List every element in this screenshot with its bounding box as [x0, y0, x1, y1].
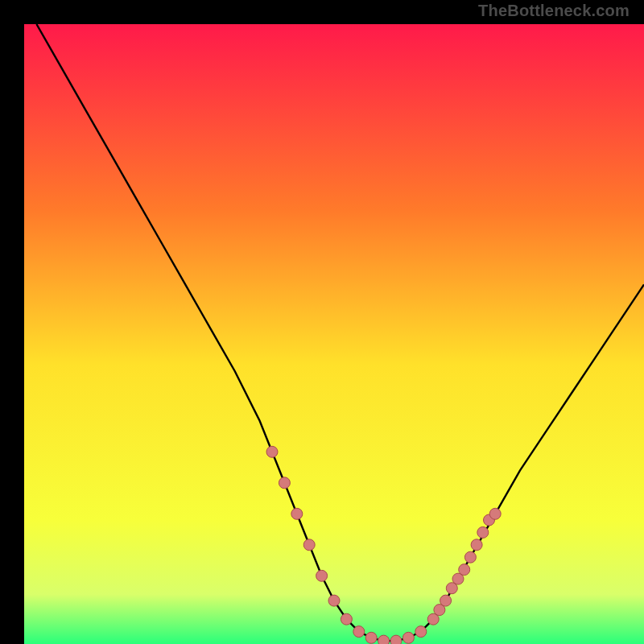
curve-marker	[464, 551, 476, 563]
curve-marker	[365, 632, 377, 643]
chart-frame	[12, 12, 632, 632]
curve-marker	[489, 508, 501, 519]
curve-marker	[303, 539, 315, 551]
curve-marker	[378, 635, 390, 644]
curve-marker	[316, 570, 328, 581]
curve-marker	[459, 564, 470, 576]
curve-marker	[266, 446, 278, 457]
watermark-text: TheBottleneck.com	[478, 2, 630, 20]
bottleneck-plot	[24, 24, 644, 644]
curve-marker	[341, 613, 352, 625]
curve-marker	[279, 477, 290, 489]
gradient-background	[24, 24, 644, 644]
curve-marker	[291, 508, 303, 519]
curve-marker	[477, 526, 489, 538]
curve-marker	[390, 635, 402, 644]
curve-marker	[471, 539, 482, 551]
curve-marker	[328, 595, 340, 606]
curve-marker	[440, 595, 452, 606]
curve-marker	[402, 632, 414, 643]
curve-marker	[353, 626, 365, 638]
curve-marker	[415, 626, 427, 638]
